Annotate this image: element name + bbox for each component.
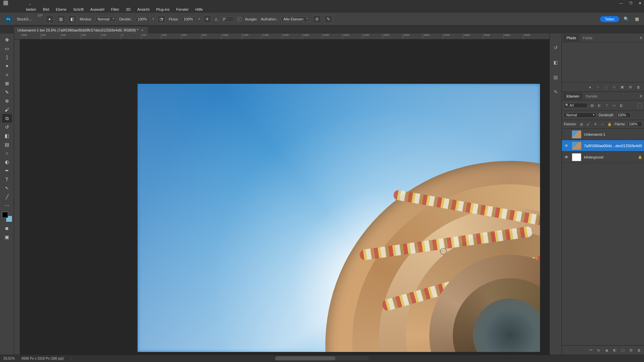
opacity-input[interactable]: 100%	[136, 16, 149, 22]
workspace-icon[interactable]: ▦	[633, 15, 641, 23]
path-trash-icon[interactable]: 🗑	[636, 85, 641, 89]
airbrush-icon[interactable]: ✈	[203, 15, 211, 23]
tab-ebenen[interactable]: Ebenen	[563, 93, 583, 100]
layer-visibility-icon[interactable]: 👁	[564, 155, 569, 160]
lock-all-icon[interactable]: 🔒	[607, 122, 612, 127]
search-icon[interactable]: 🔍	[623, 15, 630, 23]
app-icon[interactable]: Ps	[5, 15, 12, 23]
home-icon[interactable]	[3, 1, 8, 5]
document-tab[interactable]: Unbenannt-1 bei 29,5% (7a9f1960ae00dd9fc…	[14, 27, 148, 34]
menu-auswahl[interactable]: Auswahl	[88, 7, 107, 12]
opacity-pressure-icon[interactable]: ◔	[157, 15, 165, 23]
status-chevron-icon[interactable]: ›	[70, 357, 71, 360]
layer-trash-icon[interactable]: 🗑	[637, 348, 641, 353]
lock-position-icon[interactable]: ✥	[593, 122, 598, 127]
close-button[interactable]: ✕	[637, 1, 643, 5]
vertical-ruler[interactable]	[14, 40, 20, 355]
layer-name[interactable]: 7a9f1960ae00dd…dec012503e4d9	[584, 144, 642, 148]
filter-type-icon[interactable]: T	[604, 103, 609, 108]
screenmode-tool[interactable]: ▣	[2, 233, 12, 241]
layer-thumbnail[interactable]	[572, 130, 581, 138]
layer-group-icon[interactable]: ▢	[621, 348, 625, 353]
history-panel-icon[interactable]: ↺	[552, 44, 560, 52]
lasso-tool[interactable]: ⟆	[2, 53, 12, 62]
pressure-size-icon[interactable]: ✎	[324, 15, 332, 23]
lock-pixels-icon[interactable]: ▦	[579, 122, 584, 127]
restore-button[interactable]: ❐	[628, 1, 633, 5]
home-close-icon[interactable]: ×	[29, 3, 31, 6]
adjustments-panel-icon[interactable]: ◧	[552, 58, 560, 66]
paths-panel-icon[interactable]: ✎	[552, 88, 560, 96]
status-zoom[interactable]: 29,51%	[3, 357, 15, 360]
menu-bearbeiten[interactable]: beiten	[23, 7, 39, 12]
eraser-tool[interactable]: ◧	[2, 131, 12, 140]
heal-tool[interactable]: ⊕	[2, 97, 12, 105]
crop-tool[interactable]: ⌗	[2, 70, 12, 79]
path-stroke-icon[interactable]: ○	[596, 85, 600, 89]
aligned-checkbox[interactable]	[237, 17, 241, 21]
layer-thumbnail[interactable]	[572, 153, 581, 161]
tab-kanaele[interactable]: Kanäle	[583, 93, 601, 100]
menu-fenster[interactable]: Fenster	[173, 7, 191, 12]
eyedropper-tool[interactable]: ✎	[2, 88, 12, 97]
layer-fx-icon[interactable]: fx	[596, 348, 601, 353]
path-fill-icon[interactable]: ●	[588, 85, 592, 89]
blur-tool[interactable]: ○	[2, 149, 12, 158]
minimize-button[interactable]: —	[619, 1, 624, 5]
layer-thumbnail[interactable]	[572, 142, 581, 150]
more-tools[interactable]: ⋯	[2, 201, 12, 210]
brush-panel-icon[interactable]: ▥	[57, 15, 65, 23]
marquee-tool[interactable]: ▭	[2, 44, 12, 53]
path-diamond-icon[interactable]: ◇	[612, 85, 616, 89]
brush-preview-icon[interactable]: ●	[46, 15, 54, 23]
layer-name[interactable]: Hintergrund	[584, 155, 603, 159]
filter-adjust-icon[interactable]: ◐	[597, 103, 602, 108]
layer-link-icon[interactable]: ⚯	[588, 348, 593, 353]
frame-tool[interactable]: ⊠	[2, 79, 12, 88]
path-select-tool[interactable]: ↖	[2, 184, 12, 192]
menu-ansicht[interactable]: Ansicht	[135, 7, 152, 12]
dodge-tool[interactable]: ◐	[2, 158, 12, 166]
history-brush-tool[interactable]: ↺	[2, 123, 12, 131]
tab-pfade[interactable]: Pfade	[563, 34, 580, 42]
clone-stamp-tool[interactable]: ⧉	[2, 114, 12, 123]
share-button[interactable]: Teilen	[600, 16, 619, 22]
layer-row[interactable]: 👁Hintergrund🔒	[562, 152, 644, 163]
menu-hilfe[interactable]: Hilfe	[193, 7, 206, 12]
move-tool[interactable]: ✥	[2, 36, 12, 44]
brush-settings-icon[interactable]: ◧	[68, 15, 76, 23]
layer-visibility-icon[interactable]: 👁	[564, 132, 569, 137]
brush-tool[interactable]: 🖌	[2, 105, 12, 114]
gradient-tool[interactable]: ▤	[2, 140, 12, 149]
path-new-icon[interactable]: ⊞	[628, 85, 633, 89]
lock-artboard-icon[interactable]: ▭	[600, 122, 605, 127]
color-swatch[interactable]	[2, 212, 12, 222]
layer-adjust-icon[interactable]: ◐	[612, 348, 617, 353]
flow-input[interactable]: 100%	[182, 16, 195, 22]
lock-brush-icon[interactable]: 🖌	[586, 122, 591, 127]
stock-label[interactable]: StockS…	[17, 17, 32, 21]
horizontal-ruler[interactable]: 1000800600400200020040060080010001200140…	[20, 34, 549, 40]
canvas[interactable]	[20, 40, 549, 355]
path-selection-icon[interactable]: ◌	[604, 85, 608, 89]
filter-smart-icon[interactable]: ◧	[619, 103, 624, 108]
paths-panel-body[interactable]	[562, 42, 644, 82]
menu-bild[interactable]: Bild	[40, 7, 52, 12]
path-mask-icon[interactable]: ▣	[620, 85, 625, 89]
layer-visibility-icon[interactable]: 👁	[564, 143, 569, 148]
menu-ebene[interactable]: Ebene	[53, 7, 69, 12]
filter-pixel-icon[interactable]: ▦	[589, 103, 595, 108]
ruler-origin[interactable]	[14, 34, 20, 40]
properties-panel-icon[interactable]: ▤	[552, 73, 560, 81]
layer-blend-dropdown[interactable]: Normal	[564, 113, 596, 118]
wand-tool[interactable]: ✦	[2, 62, 12, 70]
tab-farbe[interactable]: Farbe	[580, 34, 596, 42]
layer-name[interactable]: Unbenannt-1	[584, 132, 605, 136]
blend-mode-dropdown[interactable]: Normal	[95, 16, 116, 22]
status-doc-info[interactable]: 4936 Px x 3319 Px (300 ppi)	[21, 357, 64, 360]
sample-dropdown[interactable]: Alle Ebenen	[281, 16, 310, 22]
layer-row[interactable]: 👁Unbenannt-1	[562, 129, 644, 140]
quickmask-tool[interactable]: ◙	[2, 224, 12, 233]
menu-schrift[interactable]: Schrift	[70, 7, 86, 12]
angle-input[interactable]: 0°	[221, 16, 234, 22]
